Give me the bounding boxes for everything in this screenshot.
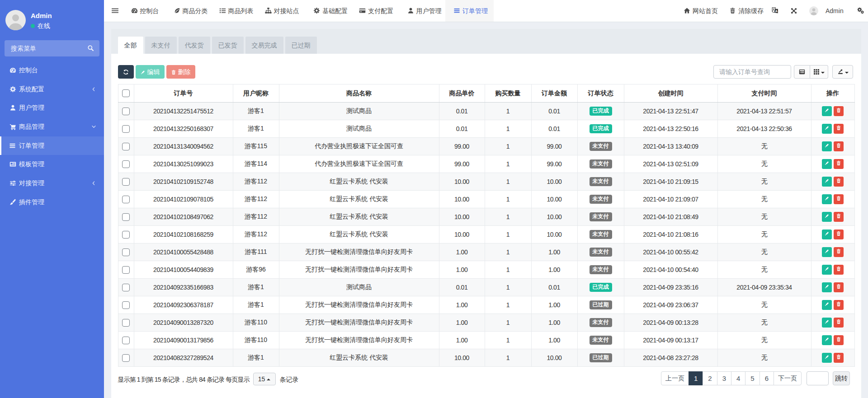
svg-text:A: A bbox=[775, 9, 778, 13]
